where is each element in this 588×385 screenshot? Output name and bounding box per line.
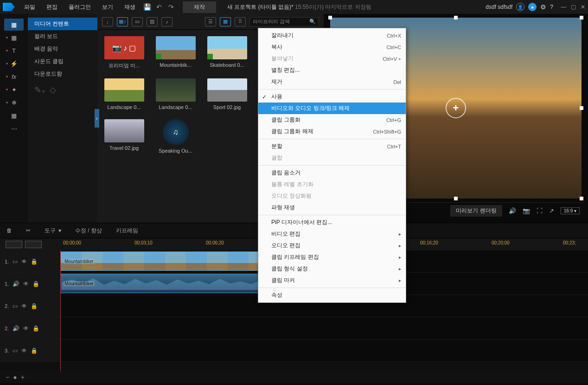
ctx-waveform[interactable]: 파형 재생 xyxy=(258,202,406,213)
more-tab[interactable]: ▦ xyxy=(4,109,24,122)
resize-handle[interactable] xyxy=(328,16,332,19)
ctx-remove[interactable]: 제거Del xyxy=(258,76,406,88)
menu-view[interactable]: 보기 xyxy=(97,1,118,13)
media-thumb[interactable]: ✓Mountainbik... xyxy=(153,36,198,69)
lib-color-board[interactable]: 컬러 보드 xyxy=(28,30,97,43)
render-preview-button[interactable]: 미리보기 렌더링 xyxy=(450,205,502,217)
media-thumb[interactable]: ♫Speaking Ou... xyxy=(153,119,198,154)
ctx-ungroup[interactable]: 클립 그룹화 해제Ctrl+Shift+G xyxy=(258,126,406,137)
resize-handle[interactable] xyxy=(454,197,458,200)
ctx-clip-format[interactable]: 클립 형식 설정▸ xyxy=(258,263,406,275)
track-header[interactable]: 2. 🔊 👁 🔒 xyxy=(0,317,60,339)
ctx-group[interactable]: 클립 그룹화Ctrl+G xyxy=(258,114,406,126)
resize-handle[interactable] xyxy=(580,197,583,200)
media-thumb[interactable]: Skateboard 0... xyxy=(205,36,249,69)
visibility-icon[interactable]: 👁 xyxy=(23,325,29,332)
playhead[interactable] xyxy=(60,250,61,371)
maximize-icon[interactable]: ▢ xyxy=(571,4,576,10)
media-thumb[interactable]: Travel 02.jpg xyxy=(102,119,146,154)
menu-file[interactable]: 파일 xyxy=(19,1,40,13)
ctx-unlink[interactable]: 비디오와 오디오 링크/링크 해제 xyxy=(258,103,406,114)
zoom-out-icon[interactable]: − xyxy=(6,373,9,381)
track-header[interactable]: 2. ▭ 👁 🔒 xyxy=(0,295,60,317)
fix-enhance-button[interactable]: 수정 / 향상 xyxy=(75,227,102,235)
menu-edit[interactable]: 편집 xyxy=(42,1,62,13)
lib-bg-music[interactable]: 배경 음악 xyxy=(28,43,97,55)
notification-icon[interactable]: ● xyxy=(528,3,537,11)
fullscreen-icon[interactable]: ⛶ xyxy=(537,207,543,214)
visibility-icon[interactable]: 👁 xyxy=(21,258,27,265)
ctx-pip[interactable]: PiP 디자이너에서 편집... xyxy=(258,217,406,228)
search-input[interactable]: 라이브러리 검색 🔍 xyxy=(249,17,319,26)
fx-tab[interactable]: fx xyxy=(4,71,24,83)
list-view-icon[interactable]: ☰ xyxy=(205,17,216,26)
ctx-copy[interactable]: 복사Ctrl+C xyxy=(258,41,406,53)
visibility-icon[interactable]: 👁 xyxy=(23,281,29,287)
media-thumb[interactable]: Landscape 0... xyxy=(102,78,146,110)
zoom-slider[interactable]: ● xyxy=(13,373,17,381)
media-filter-icon[interactable]: ▦♪ xyxy=(117,17,128,26)
ctx-clip-marker[interactable]: 클립 마커▸ xyxy=(258,275,406,286)
keyframe-button[interactable]: 키프레임 xyxy=(116,227,138,235)
transition-tab[interactable]: ⚡ xyxy=(4,58,24,70)
import-icon[interactable]: ↓ xyxy=(102,17,113,26)
ruler-btn-1[interactable] xyxy=(6,241,22,248)
ctx-audio-edit[interactable]: 오디오 편집▸ xyxy=(258,240,406,251)
ctx-mute[interactable]: 클립 음소거 xyxy=(258,167,406,179)
volume-icon[interactable]: 🔊 xyxy=(509,207,516,214)
ctx-keyframe-edit[interactable]: 클립 키프레임 편집▸ xyxy=(258,251,406,263)
particle-tab[interactable]: ❄ xyxy=(4,96,24,109)
settings-icon[interactable]: ⚙ xyxy=(540,3,546,11)
more-view-icon[interactable]: ⠿ xyxy=(235,17,246,26)
ctx-cut[interactable]: 잘라내기Ctrl+X xyxy=(258,30,406,41)
lib-sound-clip[interactable]: 사운드 클립 xyxy=(28,55,97,68)
move-handle-icon[interactable]: + xyxy=(446,98,466,118)
ctx-split[interactable]: 분할Ctrl+T xyxy=(258,141,406,152)
track-header[interactable]: 1. 🔊 👁 🔒 xyxy=(0,273,60,295)
media-room-tab[interactable]: ▦ xyxy=(4,19,24,31)
lock-icon[interactable]: 🔒 xyxy=(31,347,38,354)
save-icon[interactable]: 💾 xyxy=(142,2,152,12)
undo-icon[interactable]: ↶ xyxy=(154,2,164,12)
track-header[interactable]: 3. ▭ 👁 🔒 xyxy=(0,340,60,361)
minimize-icon[interactable]: — xyxy=(561,4,566,10)
zoom-in-icon[interactable]: + xyxy=(21,373,25,381)
produce-button[interactable]: 제작 xyxy=(183,1,216,13)
popup-icon[interactable]: ↗ xyxy=(549,207,554,214)
track-header[interactable]: 1. ▭ 👁 🔒 xyxy=(0,250,60,272)
lock-icon[interactable]: 🔒 xyxy=(32,281,39,287)
menu-play[interactable]: 재생 xyxy=(120,1,140,13)
audio-clip[interactable]: Mountainbiker xyxy=(60,274,274,293)
video-filter-icon[interactable]: ▭ xyxy=(132,17,143,26)
user-icon[interactable]: 👤 xyxy=(516,3,524,11)
media-thumb[interactable]: Landscape 0... xyxy=(153,78,198,110)
ctx-properties[interactable]: 속성 xyxy=(258,289,406,301)
ruler-btn-2[interactable] xyxy=(25,241,42,248)
tools-dropdown[interactable]: 도구 ▾ xyxy=(45,227,61,235)
grid-view-icon[interactable]: ▦ xyxy=(220,17,231,26)
redo-icon[interactable]: ↷ xyxy=(166,2,176,12)
lib-download[interactable]: 다운로드함 xyxy=(28,68,97,80)
visibility-icon[interactable]: 👁 xyxy=(21,303,27,309)
help-icon[interactable]: ? xyxy=(550,4,553,10)
resize-handle[interactable] xyxy=(454,16,458,19)
lock-icon[interactable]: 🔒 xyxy=(31,303,38,309)
dots-tab[interactable]: ⋯ xyxy=(4,122,24,135)
ctx-use[interactable]: ✓사용 xyxy=(258,91,406,103)
lib-media-content[interactable]: 미디어 컨텐트 xyxy=(28,18,97,30)
resize-handle[interactable] xyxy=(580,16,583,19)
resize-handle[interactable] xyxy=(580,106,583,110)
pencil-add-icon[interactable]: ✎₊ xyxy=(34,85,46,95)
ctx-video-edit[interactable]: 비디오 편집▸ xyxy=(258,228,406,240)
media-thumb[interactable]: 📷 ♪ ▢프리미엄 미... xyxy=(102,36,146,69)
audio-filter-icon[interactable]: ♪ xyxy=(161,17,173,26)
trash-icon[interactable]: 🗑 xyxy=(6,227,12,234)
title-tab[interactable]: T xyxy=(4,45,24,57)
collapse-tab[interactable]: ‹ xyxy=(95,109,99,128)
image-filter-icon[interactable]: ▨ xyxy=(147,17,158,26)
close-icon[interactable]: ✕ xyxy=(581,4,585,10)
ctx-alias[interactable]: 별칭 편집... xyxy=(258,64,406,76)
aspect-ratio-dropdown[interactable]: 16:9 ▾ xyxy=(561,207,580,214)
snapshot-icon[interactable]: 📷 xyxy=(523,207,530,214)
lock-icon[interactable]: 🔒 xyxy=(31,258,38,265)
